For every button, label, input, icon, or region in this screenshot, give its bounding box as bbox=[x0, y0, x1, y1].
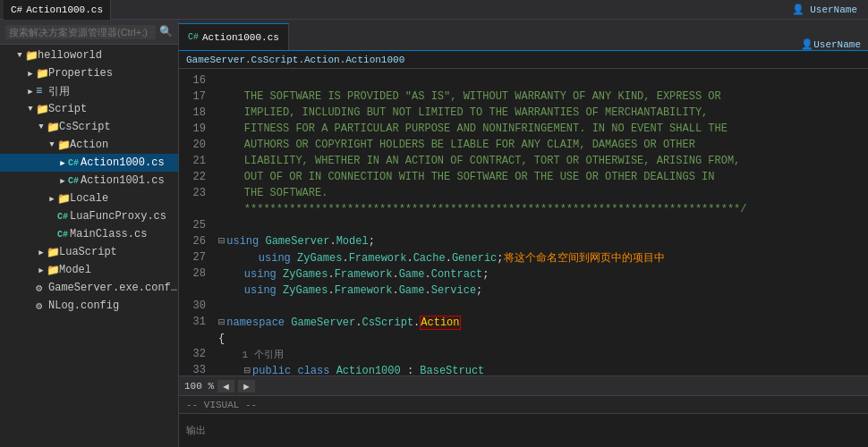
cs-file-icon: C# bbox=[57, 212, 70, 222]
zoom-bar: 100 % ◄ ► bbox=[179, 376, 868, 396]
config-file-icon: ⚙ bbox=[36, 282, 48, 295]
main-area: 🔍 ▼ 📁 helloworld ▶ 📁 Properties ▶ ≡ bbox=[0, 20, 868, 447]
tree-item-mainclass[interactable]: C# MainClass.cs bbox=[0, 225, 178, 243]
tree-item-luafuncproxy[interactable]: C# LuaFuncProxy.cs bbox=[0, 207, 178, 225]
tree-item-model[interactable]: ▶ 📁 Model bbox=[0, 261, 178, 279]
folder-icon: 📁 bbox=[57, 192, 70, 206]
search-icon[interactable]: 🔍 bbox=[159, 25, 173, 38]
config-file-icon: ⚙ bbox=[36, 299, 48, 313]
cs-file-icon: C# bbox=[68, 176, 81, 186]
solution-explorer-sidebar: 🔍 ▼ 📁 helloworld ▶ 📁 Properties ▶ ≡ bbox=[0, 20, 179, 447]
folder-icon: 📁 bbox=[36, 67, 48, 80]
top-tab-bar: C# Action1000.cs 👤 UserName bbox=[0, 0, 868, 20]
zoom-minus-button[interactable]: ◄ bbox=[217, 380, 234, 392]
search-input[interactable] bbox=[5, 25, 156, 39]
user-icon: 👤 bbox=[792, 4, 804, 15]
tree-item-csscript[interactable]: ▼ 📁 CsScript bbox=[0, 118, 178, 136]
folder-icon: 📁 bbox=[47, 246, 59, 259]
tree-item-action[interactable]: ▼ 📁 Action bbox=[0, 136, 178, 154]
tab-right-user: 👤 UserName bbox=[801, 38, 868, 50]
sidebar-header: 🔍 bbox=[0, 20, 178, 45]
tree-item-helloworld[interactable]: ▼ 📁 helloworld bbox=[0, 46, 178, 64]
folder-icon: 📁 bbox=[47, 264, 59, 277]
cs-file-icon: C# bbox=[11, 4, 22, 15]
action1000-tab[interactable]: C# Action1000.cs bbox=[179, 23, 289, 50]
visual-mode-bar: -- VISUAL -- bbox=[179, 396, 868, 414]
breadcrumb: GameServer.CsScript.Action.Action1000 bbox=[179, 51, 868, 69]
output-area: 输出 bbox=[179, 414, 868, 447]
folder-icon: 📁 bbox=[57, 139, 70, 152]
tree-item-script[interactable]: ▼ 📁 Script bbox=[0, 100, 178, 118]
visual-label: -- VISUAL -- bbox=[186, 400, 257, 410]
code-editor-area: C# Action1000.cs 👤 UserName GameServer.C… bbox=[179, 20, 868, 447]
zoom-plus-button[interactable]: ► bbox=[238, 380, 255, 392]
tree-item-action1000[interactable]: ▶ C# Action1000.cs bbox=[0, 154, 178, 172]
editor-tab-bar: C# Action1000.cs 👤 UserName bbox=[179, 20, 868, 51]
editor-file-tab[interactable]: C# Action1000.cs bbox=[4, 0, 111, 20]
folder-icon: 📁 bbox=[47, 121, 59, 134]
line-numbers: 16 17 18 19 20 21 22 23 25 26 27 28 30 3… bbox=[179, 69, 211, 375]
user-icon-tab: 👤 bbox=[801, 38, 813, 50]
tree-item-gameserver-config[interactable]: ⚙ GameServer.exe.config bbox=[0, 279, 178, 297]
solution-tree: ▼ 📁 helloworld ▶ 📁 Properties ▶ ≡ 引用 bbox=[0, 45, 178, 447]
bottom-area: 100 % ◄ ► -- VISUAL -- 输出 bbox=[179, 375, 868, 447]
user-name-tab: 👤 UserName bbox=[792, 4, 864, 15]
editor-tab-label: Action1000.cs bbox=[202, 32, 279, 43]
tree-item-locale[interactable]: ▶ 📁 Locale bbox=[0, 190, 178, 207]
folder-icon: 📁 bbox=[25, 49, 38, 63]
tree-item-references[interactable]: ▶ ≡ 引用 bbox=[0, 82, 178, 100]
tree-item-action1001[interactable]: ▶ C# Action1001.cs bbox=[0, 172, 178, 190]
code-editor[interactable]: 16 17 18 19 20 21 22 23 25 26 27 28 30 3… bbox=[179, 69, 868, 375]
breadcrumb-text: GameServer.CsScript.Action.Action1000 bbox=[186, 55, 404, 65]
code-content[interactable]: THE SOFTWARE IS PROVIDED "AS IS", WITHOU… bbox=[211, 69, 868, 375]
cs-file-icon: C# bbox=[68, 158, 81, 168]
tree-item-luascript[interactable]: ▶ 📁 LuaScript bbox=[0, 243, 178, 261]
reference-icon: ≡ bbox=[36, 85, 48, 97]
cs-tab-icon: C# bbox=[188, 32, 199, 42]
tree-item-nlog-config[interactable]: ⚙ NLog.config bbox=[0, 297, 178, 315]
tree-item-properties[interactable]: ▶ 📁 Properties bbox=[0, 64, 178, 82]
folder-icon: 📁 bbox=[36, 103, 48, 116]
output-label: 输出 bbox=[186, 424, 206, 437]
editor-tab-filename: Action1000.cs bbox=[26, 4, 103, 15]
zoom-level: 100 % bbox=[184, 381, 214, 392]
cs-file-icon: C# bbox=[57, 230, 70, 240]
